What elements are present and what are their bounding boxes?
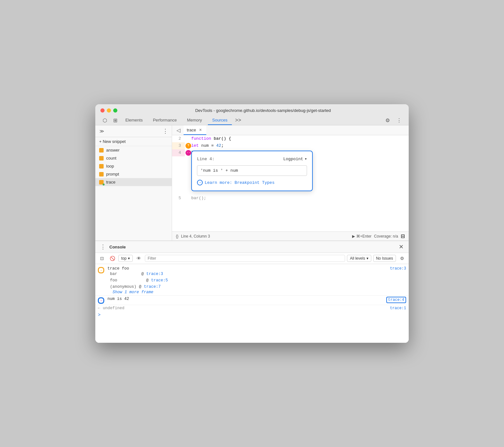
console-clear-btn[interactable]: ⊡ bbox=[98, 254, 106, 263]
trace-line-foo: foo @ trace:5 bbox=[110, 277, 390, 284]
context-chevron-icon: ▾ bbox=[128, 256, 130, 261]
menu-icon-btn[interactable]: ⋮ bbox=[395, 116, 404, 125]
trace-link-foo[interactable]: trace:5 bbox=[151, 277, 168, 284]
close-button[interactable] bbox=[100, 108, 105, 113]
titlebar-top: DevTools - googlechrome.github.io/devtoo… bbox=[100, 108, 404, 113]
sidebar-item-trace[interactable]: trace bbox=[95, 178, 172, 186]
tab-close-button[interactable]: × bbox=[198, 127, 203, 132]
editor-tab-trace[interactable]: trace × bbox=[184, 125, 206, 135]
logpoint-type-label: Logpoint bbox=[283, 157, 303, 161]
tab-right-icons: ⚙ ⋮ bbox=[383, 116, 404, 125]
trace-link-anon[interactable]: trace:7 bbox=[144, 284, 161, 290]
log-icon-logpoint: → bbox=[98, 297, 104, 304]
editor-back-icon[interactable]: ◁ bbox=[175, 126, 182, 134]
context-selector[interactable]: top ▾ bbox=[118, 255, 133, 262]
trace-line-anon: (anonymous) @ trace:7 bbox=[110, 284, 390, 290]
logpoint-header: Line 4: Logpoint ▾ bbox=[197, 156, 307, 161]
minimize-button[interactable] bbox=[107, 108, 111, 113]
trace-line-bar: bar @ trace:3 bbox=[110, 271, 390, 277]
window-title: DevTools - googlechrome.github.io/devtoo… bbox=[122, 108, 404, 113]
maximize-button[interactable] bbox=[113, 108, 117, 113]
trace-link-bar[interactable]: trace:3 bbox=[146, 271, 163, 277]
show-more-link[interactable]: Show 1 more frame bbox=[110, 290, 154, 294]
snippet-label-prompt: prompt bbox=[106, 172, 119, 176]
console-title: Console bbox=[109, 245, 126, 249]
undefined-location[interactable]: trace:1 bbox=[390, 306, 406, 310]
sidebar-menu-btn[interactable]: ⋮ bbox=[161, 127, 169, 135]
code-area[interactable]: 2 function bar() { 3 ? let num bbox=[172, 135, 409, 231]
console-content: → trace foo bar @ trace:3 bbox=[95, 264, 409, 343]
code-line-5: 5 bar(); bbox=[172, 195, 409, 202]
console-menu-btn[interactable]: ⋮ bbox=[99, 243, 107, 251]
coverage-icon-btn[interactable]: ⊟ bbox=[401, 233, 405, 239]
log-icon-trace: → bbox=[98, 267, 104, 273]
line-gutter-3: ? bbox=[185, 142, 191, 149]
console-close-btn[interactable]: ✕ bbox=[397, 243, 405, 251]
console-input-area: > bbox=[95, 311, 409, 318]
device-icon-btn[interactable]: ⊞ bbox=[111, 116, 120, 125]
trace-fn-bar: bar bbox=[110, 271, 117, 277]
new-snippet-button[interactable]: + New snippet bbox=[95, 137, 172, 146]
snippet-icon-count bbox=[99, 156, 104, 161]
position-text: Line 4, Column 3 bbox=[181, 234, 210, 239]
console-toolbar: ⊡ 🚫 top ▾ 👁 All levels ▾ No Issues ⚙ bbox=[95, 253, 409, 264]
sidebar-item-answer[interactable]: answer bbox=[95, 146, 172, 154]
devtools-body: ≫ ⋮ + New snippet answer count loo bbox=[95, 125, 409, 343]
breakpoint-question[interactable]: ? bbox=[185, 143, 191, 149]
console-settings-btn[interactable]: ⚙ bbox=[398, 254, 406, 263]
more-tabs-icon[interactable]: >> bbox=[233, 115, 243, 125]
trace-at-anon: @ bbox=[139, 284, 142, 290]
tab-sources[interactable]: Sources bbox=[208, 116, 232, 125]
line-gutter-5 bbox=[185, 195, 191, 202]
console-section: ⋮ Console ✕ ⊡ 🚫 top ▾ 👁 All levels ▾ bbox=[95, 240, 409, 343]
logpoint-expression-input[interactable] bbox=[197, 165, 307, 176]
assign: = bbox=[209, 143, 216, 148]
tab-performance[interactable]: Performance bbox=[148, 116, 181, 125]
titlebar: DevTools - googlechrome.github.io/devtoo… bbox=[95, 104, 409, 125]
breakpoint-dots[interactable]: ·· bbox=[185, 150, 191, 156]
console-entry-body-trace: trace foo bar @ trace:3 foo @ bbox=[107, 266, 390, 294]
chevron-down-icon: ▾ bbox=[304, 156, 307, 161]
logpoint-type-select[interactable]: Logpoint ▾ bbox=[283, 156, 307, 161]
trace-at-bar: @ bbox=[120, 271, 144, 277]
devtools-window: DevTools - googlechrome.github.io/devtoo… bbox=[95, 104, 409, 343]
line-num-4: 4 bbox=[172, 149, 185, 156]
inspect-icon-btn[interactable]: ⬡ bbox=[100, 116, 109, 125]
status-bar-right: ▶ ⌘+Enter Coverage: n/a ⊟ bbox=[352, 233, 405, 239]
tab-memory[interactable]: Memory bbox=[183, 116, 207, 125]
trace-fn-foo: foo bbox=[110, 277, 117, 284]
console-eye-btn[interactable]: 👁 bbox=[135, 254, 143, 263]
sidebar-item-count[interactable]: count bbox=[95, 154, 172, 162]
format-icon-btn[interactable]: {} bbox=[176, 234, 178, 239]
tab-bar: ⬡ ⊞ Elements Performance Memory Sources … bbox=[100, 115, 404, 125]
issues-button[interactable]: No Issues bbox=[373, 255, 396, 262]
code-line-2: 2 function bar() { bbox=[172, 135, 409, 142]
levels-chevron-icon: ▾ bbox=[366, 256, 368, 261]
line-num-5: 5 bbox=[172, 195, 185, 202]
var-num: num bbox=[201, 143, 209, 148]
trace-entry-location[interactable]: trace:3 bbox=[390, 266, 406, 271]
levels-button[interactable]: All levels ▾ bbox=[347, 255, 371, 262]
console-preserve-btn[interactable]: 🚫 bbox=[108, 254, 116, 263]
snippet-icon-answer bbox=[99, 148, 104, 153]
show-more-frame[interactable]: Show 1 more frame bbox=[110, 290, 390, 294]
numis42-location[interactable]: trace:4 bbox=[386, 297, 406, 303]
result-arrow-icon: ← bbox=[98, 306, 100, 310]
snippet-list: answer count loop prompt bbox=[95, 146, 172, 240]
snippet-icon-trace bbox=[99, 180, 104, 184]
console-filter-input[interactable] bbox=[145, 255, 345, 262]
sidebar-item-prompt[interactable]: prompt bbox=[95, 170, 172, 178]
learn-more-link[interactable]: → Learn more: Breakpoint Types bbox=[197, 180, 307, 185]
status-bar-left: {} Line 4, Column 3 bbox=[176, 234, 210, 239]
console-header: ⋮ Console ✕ bbox=[95, 241, 409, 253]
run-button[interactable]: ▶ ⌘+Enter bbox=[352, 234, 372, 239]
line-code-3: let num = 42; bbox=[191, 142, 409, 149]
sidebar-expand-btn[interactable]: ≫ bbox=[98, 127, 106, 135]
logpoint-popup: Line 4: Logpoint ▾ → Learn more: Breakpo… bbox=[191, 151, 313, 191]
sidebar: ≫ ⋮ + New snippet answer count loo bbox=[95, 125, 172, 240]
line-code-2: function bar() { bbox=[191, 135, 409, 142]
tab-elements[interactable]: Elements bbox=[121, 116, 147, 125]
settings-icon-btn[interactable]: ⚙ bbox=[383, 116, 392, 125]
sidebar-item-loop[interactable]: loop bbox=[95, 162, 172, 170]
console-trace-stack: bar @ trace:3 foo @ trace:5 bbox=[107, 271, 390, 294]
